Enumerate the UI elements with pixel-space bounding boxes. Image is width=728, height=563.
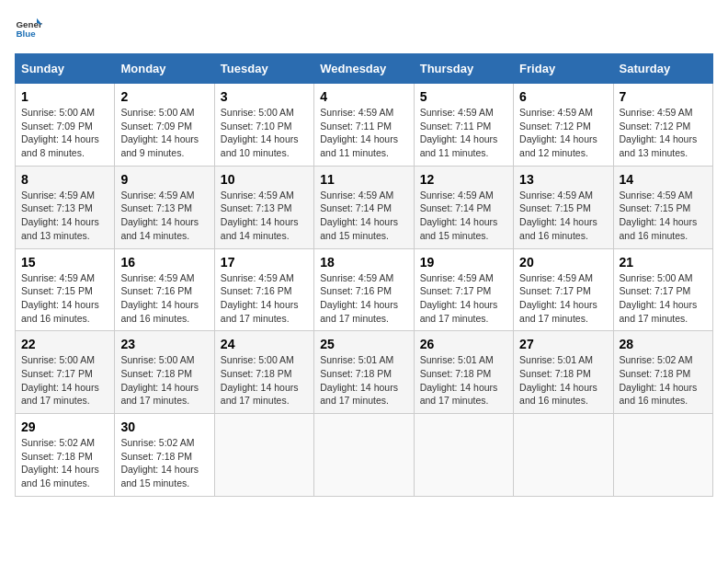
day-cell: 6 Sunrise: 4:59 AM Sunset: 7:12 PM Dayli… <box>514 84 613 167</box>
day-cell: 10 Sunrise: 4:59 AM Sunset: 7:13 PM Dayl… <box>214 166 313 248</box>
day-cell <box>314 414 414 497</box>
week-row-4: 22 Sunrise: 5:00 AM Sunset: 7:17 PM Dayl… <box>16 331 713 414</box>
day-number: 24 <box>221 337 308 351</box>
day-number: 4 <box>320 89 407 104</box>
day-number: 7 <box>620 89 707 104</box>
day-info: Sunrise: 5:02 AM Sunset: 7:18 PM Dayligh… <box>620 354 698 406</box>
day-number: 23 <box>120 337 208 351</box>
day-info: Sunrise: 5:02 AM Sunset: 7:18 PM Dayligh… <box>21 437 99 488</box>
day-info: Sunrise: 4:59 AM Sunset: 7:12 PM Dayligh… <box>620 107 698 158</box>
day-cell: 4 Sunrise: 4:59 AM Sunset: 7:11 PM Dayli… <box>314 84 414 167</box>
day-cell: 16 Sunrise: 4:59 AM Sunset: 7:16 PM Dayl… <box>115 248 214 331</box>
day-cell: 29 Sunrise: 5:02 AM Sunset: 7:18 PM Dayl… <box>16 414 115 497</box>
day-cell: 27 Sunrise: 5:01 AM Sunset: 7:18 PM Dayl… <box>514 331 613 414</box>
day-cell: 20 Sunrise: 4:59 AM Sunset: 7:17 PM Dayl… <box>514 248 613 331</box>
day-info: Sunrise: 4:59 AM Sunset: 7:15 PM Dayligh… <box>519 190 597 241</box>
day-cell: 3 Sunrise: 5:00 AM Sunset: 7:10 PM Dayli… <box>214 84 313 167</box>
day-cell: 13 Sunrise: 4:59 AM Sunset: 7:15 PM Dayl… <box>514 166 613 248</box>
week-row-1: 1 Sunrise: 5:00 AM Sunset: 7:09 PM Dayli… <box>16 84 713 167</box>
day-cell: 2 Sunrise: 5:00 AM Sunset: 7:09 PM Dayli… <box>115 84 214 167</box>
day-number: 22 <box>21 337 108 351</box>
day-cell: 5 Sunrise: 4:59 AM Sunset: 7:11 PM Dayli… <box>414 84 513 167</box>
day-info: Sunrise: 4:59 AM Sunset: 7:11 PM Dayligh… <box>420 107 498 158</box>
day-cell: 28 Sunrise: 5:02 AM Sunset: 7:18 PM Dayl… <box>613 331 712 414</box>
day-info: Sunrise: 4:59 AM Sunset: 7:13 PM Dayligh… <box>221 190 299 241</box>
day-number: 16 <box>120 255 208 270</box>
day-info: Sunrise: 4:59 AM Sunset: 7:16 PM Dayligh… <box>320 272 398 324</box>
day-number: 25 <box>320 337 407 351</box>
svg-text:Blue: Blue <box>17 29 37 39</box>
header-friday: Friday <box>514 54 613 84</box>
day-number: 9 <box>120 172 208 187</box>
day-number: 14 <box>620 172 707 187</box>
day-cell: 25 Sunrise: 5:01 AM Sunset: 7:18 PM Dayl… <box>314 331 414 414</box>
day-cell: 30 Sunrise: 5:02 AM Sunset: 7:18 PM Dayl… <box>115 414 214 497</box>
day-cell <box>214 414 313 497</box>
day-number: 17 <box>221 255 308 270</box>
day-number: 10 <box>221 172 308 187</box>
day-number: 30 <box>120 419 208 434</box>
day-number: 21 <box>620 255 707 270</box>
day-cell: 19 Sunrise: 4:59 AM Sunset: 7:17 PM Dayl… <box>414 248 513 331</box>
day-cell: 14 Sunrise: 4:59 AM Sunset: 7:15 PM Dayl… <box>613 166 712 248</box>
header-sunday: Sunday <box>16 54 115 84</box>
day-info: Sunrise: 4:59 AM Sunset: 7:14 PM Dayligh… <box>320 190 398 241</box>
calendar-table: SundayMondayTuesdayWednesdayThursdayFrid… <box>15 53 713 497</box>
day-cell <box>414 414 513 497</box>
day-info: Sunrise: 5:01 AM Sunset: 7:18 PM Dayligh… <box>320 354 398 406</box>
day-number: 19 <box>420 255 507 270</box>
day-info: Sunrise: 4:59 AM Sunset: 7:16 PM Dayligh… <box>221 272 299 324</box>
day-info: Sunrise: 5:00 AM Sunset: 7:17 PM Dayligh… <box>21 354 99 406</box>
day-info: Sunrise: 5:00 AM Sunset: 7:09 PM Dayligh… <box>120 107 199 158</box>
day-cell: 8 Sunrise: 4:59 AM Sunset: 7:13 PM Dayli… <box>16 166 115 248</box>
day-cell: 1 Sunrise: 5:00 AM Sunset: 7:09 PM Dayli… <box>16 84 115 167</box>
day-cell: 11 Sunrise: 4:59 AM Sunset: 7:14 PM Dayl… <box>314 166 414 248</box>
day-number: 3 <box>221 89 308 104</box>
day-number: 26 <box>420 337 507 351</box>
header-row: SundayMondayTuesdayWednesdayThursdayFrid… <box>16 54 713 84</box>
header-saturday: Saturday <box>613 54 712 84</box>
logo: General Blue <box>15 15 42 42</box>
logo-icon: General Blue <box>15 15 42 42</box>
day-cell: 12 Sunrise: 4:59 AM Sunset: 7:14 PM Dayl… <box>414 166 513 248</box>
day-number: 20 <box>519 255 607 270</box>
day-number: 1 <box>21 89 108 104</box>
day-number: 18 <box>320 255 407 270</box>
day-info: Sunrise: 4:59 AM Sunset: 7:16 PM Dayligh… <box>120 272 199 324</box>
week-row-2: 8 Sunrise: 4:59 AM Sunset: 7:13 PM Dayli… <box>16 166 713 248</box>
header-tuesday: Tuesday <box>214 54 313 84</box>
day-number: 13 <box>519 172 607 187</box>
day-number: 5 <box>420 89 507 104</box>
day-info: Sunrise: 4:59 AM Sunset: 7:13 PM Dayligh… <box>21 190 99 241</box>
day-cell <box>613 414 712 497</box>
day-info: Sunrise: 4:59 AM Sunset: 7:15 PM Dayligh… <box>21 272 99 324</box>
day-cell: 9 Sunrise: 4:59 AM Sunset: 7:13 PM Dayli… <box>115 166 214 248</box>
header-monday: Monday <box>115 54 214 84</box>
day-info: Sunrise: 4:59 AM Sunset: 7:17 PM Dayligh… <box>420 272 498 324</box>
day-info: Sunrise: 4:59 AM Sunset: 7:14 PM Dayligh… <box>420 190 498 241</box>
day-info: Sunrise: 5:00 AM Sunset: 7:09 PM Dayligh… <box>21 107 99 158</box>
day-number: 2 <box>120 89 208 104</box>
day-info: Sunrise: 5:01 AM Sunset: 7:18 PM Dayligh… <box>519 354 597 406</box>
page-header: General Blue <box>15 15 713 42</box>
day-cell: 23 Sunrise: 5:00 AM Sunset: 7:18 PM Dayl… <box>115 331 214 414</box>
header-thursday: Thursday <box>414 54 513 84</box>
day-info: Sunrise: 5:02 AM Sunset: 7:18 PM Dayligh… <box>120 437 199 488</box>
day-info: Sunrise: 5:00 AM Sunset: 7:18 PM Dayligh… <box>221 354 299 406</box>
header-wednesday: Wednesday <box>314 54 414 84</box>
day-cell: 7 Sunrise: 4:59 AM Sunset: 7:12 PM Dayli… <box>613 84 712 167</box>
day-info: Sunrise: 4:59 AM Sunset: 7:15 PM Dayligh… <box>620 190 698 241</box>
day-cell: 15 Sunrise: 4:59 AM Sunset: 7:15 PM Dayl… <box>16 248 115 331</box>
day-cell: 18 Sunrise: 4:59 AM Sunset: 7:16 PM Dayl… <box>314 248 414 331</box>
day-info: Sunrise: 5:00 AM Sunset: 7:18 PM Dayligh… <box>120 354 199 406</box>
day-info: Sunrise: 4:59 AM Sunset: 7:11 PM Dayligh… <box>320 107 398 158</box>
day-number: 15 <box>21 255 108 270</box>
day-number: 6 <box>519 89 607 104</box>
day-cell: 24 Sunrise: 5:00 AM Sunset: 7:18 PM Dayl… <box>214 331 313 414</box>
day-cell: 26 Sunrise: 5:01 AM Sunset: 7:18 PM Dayl… <box>414 331 513 414</box>
day-info: Sunrise: 5:01 AM Sunset: 7:18 PM Dayligh… <box>420 354 498 406</box>
day-cell: 22 Sunrise: 5:00 AM Sunset: 7:17 PM Dayl… <box>16 331 115 414</box>
day-info: Sunrise: 4:59 AM Sunset: 7:12 PM Dayligh… <box>519 107 597 158</box>
day-info: Sunrise: 5:00 AM Sunset: 7:10 PM Dayligh… <box>221 107 299 158</box>
day-number: 12 <box>420 172 507 187</box>
